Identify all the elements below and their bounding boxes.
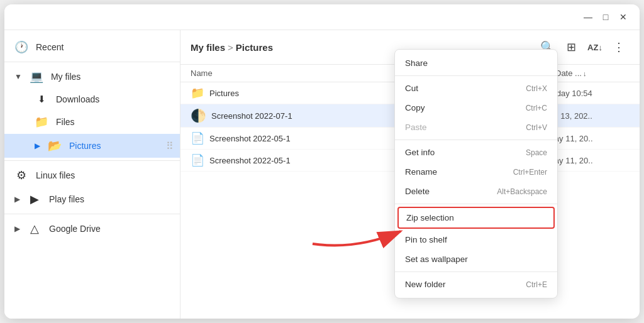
zip-selection-label: Zip selection (406, 213, 454, 222)
sidebar-item-my-files-label: My files (51, 72, 80, 82)
play-files-icon: ▶ (28, 192, 42, 206)
context-menu-item-zip-selection[interactable]: Zip selection (397, 207, 555, 229)
sidebar-divider-3 (4, 214, 180, 214)
context-menu-item-set-as-wallpaper[interactable]: Set as wallpaper (395, 249, 557, 269)
sidebar-item-recent[interactable]: 🕐 Recent (4, 35, 180, 59)
sidebar-item-files-label: Files (56, 117, 75, 127)
folder-icon: 📁 (191, 86, 204, 100)
drag-handle-icon: ⠿ (166, 140, 174, 152)
file-date: Jul 13, 202.. (548, 111, 630, 121)
sidebar-item-play-files-label: Play files (49, 194, 84, 204)
sort-button[interactable]: AZ↓ (584, 36, 606, 58)
menu-divider-1 (395, 75, 557, 76)
menu-divider-3 (395, 204, 557, 204)
main-area: My files > Pictures 🔍 ⊞ AZ↓ ⋮ Name (180, 30, 640, 319)
menu-divider-2 (395, 140, 557, 140)
sidebar-item-my-files[interactable]: ▼ 💻 My files (4, 65, 180, 89)
sidebar-item-pictures[interactable]: ▶ 📂 Pictures ⠿ (4, 134, 180, 158)
file-date: May 11, 20.. (548, 156, 630, 165)
pictures-expand-icon: ▶ (35, 141, 40, 150)
grid-view-button[interactable]: ⊞ (560, 36, 582, 58)
sidebar-item-downloads[interactable]: ⬇ Downloads (4, 89, 180, 110)
sidebar-item-linux-files-label: Linux files (36, 170, 75, 180)
context-menu-item-delete[interactable]: Delete Alt+Backspace (395, 182, 557, 201)
paste-label: Paste (405, 123, 427, 132)
column-date-sort-icon: ↓ (583, 70, 587, 77)
context-menu-item-paste: Paste Ctrl+V (395, 118, 557, 137)
cut-shortcut: Ctrl+X (526, 84, 547, 93)
files-icon: 📁 (35, 115, 48, 129)
png-icon-2: 📄 (191, 153, 204, 167)
maximize-button[interactable]: □ (597, 8, 614, 26)
cut-label: Cut (405, 84, 418, 93)
file-date: Today 10:54 (548, 89, 630, 98)
copy-label: Copy (405, 103, 425, 112)
app-window: — □ ✕ 🕐 Recent ▼ 💻 My files ⬇ Downloads (4, 4, 640, 319)
context-menu-item-get-info[interactable]: Get info Space (395, 143, 557, 162)
file-name: Screenshot 2022-07-1 (211, 111, 292, 121)
play-expand-icon: ▶ (14, 195, 20, 204)
image-icon: 🌓 (191, 108, 206, 123)
get-info-label: Get info (405, 148, 435, 157)
context-menu: Share Cut Ctrl+X Copy Ctrl+C Paste Ctrl (394, 49, 558, 298)
delete-label: Delete (405, 187, 430, 196)
column-name-label: Name (191, 68, 213, 78)
sidebar-item-files[interactable]: 📁 Files (4, 110, 180, 134)
png-icon: 📄 (191, 131, 204, 145)
breadcrumb-current: Pictures (236, 42, 273, 53)
menu-divider-4 (395, 271, 557, 272)
sidebar-item-google-drive[interactable]: ▶ △ Google Drive (4, 217, 180, 241)
copy-shortcut: Ctrl+C (526, 104, 547, 112)
rename-shortcut: Ctrl+Enter (513, 168, 547, 177)
context-menu-item-new-folder[interactable]: New folder Ctrl+E (395, 275, 557, 294)
context-menu-item-share[interactable]: Share (395, 53, 557, 73)
context-menu-item-pin-to-shelf[interactable]: Pin to shelf (395, 230, 557, 249)
new-folder-shortcut: Ctrl+E (526, 280, 547, 289)
column-header-date: ⠿ Date ... ↓ (548, 68, 630, 78)
sidebar-divider-2 (4, 160, 180, 161)
pictures-icon: 📂 (48, 139, 62, 153)
sidebar: 🕐 Recent ▼ 💻 My files ⬇ Downloads 📁 File… (4, 30, 180, 319)
share-label: Share (405, 58, 428, 68)
set-as-wallpaper-label: Set as wallpaper (405, 255, 468, 264)
sidebar-item-recent-label: Recent (36, 42, 64, 52)
context-menu-item-rename[interactable]: Rename Ctrl+Enter (395, 162, 557, 182)
downloads-icon: ⬇ (35, 94, 48, 105)
breadcrumb-root: My files (191, 42, 225, 53)
get-info-shortcut: Space (526, 148, 547, 157)
delete-shortcut: Alt+Backspace (497, 187, 547, 196)
my-files-icon: 💻 (30, 70, 43, 84)
pin-to-shelf-label: Pin to shelf (405, 235, 447, 244)
breadcrumb-separator: > (228, 42, 233, 53)
google-drive-icon: △ (28, 222, 42, 236)
sidebar-item-downloads-label: Downloads (56, 94, 99, 104)
expand-icon: ▼ (14, 72, 22, 81)
titlebar: — □ ✕ (4, 4, 640, 30)
context-menu-item-copy[interactable]: Copy Ctrl+C (395, 98, 557, 118)
close-button[interactable]: ✕ (614, 8, 632, 26)
sidebar-item-linux-files[interactable]: ⚙ Linux files (4, 163, 180, 187)
sidebar-divider-1 (4, 62, 180, 62)
main-content: 🕐 Recent ▼ 💻 My files ⬇ Downloads 📁 File… (4, 30, 640, 319)
file-name: Pictures (209, 89, 239, 98)
file-name: Screenshot 2022-05-1 (209, 156, 291, 165)
recent-icon: 🕐 (14, 40, 28, 54)
paste-shortcut: Ctrl+V (526, 123, 547, 132)
sidebar-item-play-files[interactable]: ▶ ▶ Play files (4, 187, 180, 211)
rename-label: Rename (405, 167, 437, 177)
file-name: Screenshot 2022-05-1 (209, 134, 291, 143)
sidebar-item-google-drive-label: Google Drive (49, 224, 101, 234)
more-options-button[interactable]: ⋮ (608, 36, 630, 58)
column-date-label: Date ... (555, 68, 582, 78)
drive-expand-icon: ▶ (14, 224, 20, 233)
minimize-button[interactable]: — (579, 8, 597, 26)
sidebar-item-pictures-label: Pictures (69, 141, 101, 151)
linux-files-icon: ⚙ (14, 168, 28, 182)
context-menu-item-cut[interactable]: Cut Ctrl+X (395, 79, 557, 98)
file-date: May 11, 20.. (548, 134, 630, 143)
new-folder-label: New folder (405, 280, 446, 289)
